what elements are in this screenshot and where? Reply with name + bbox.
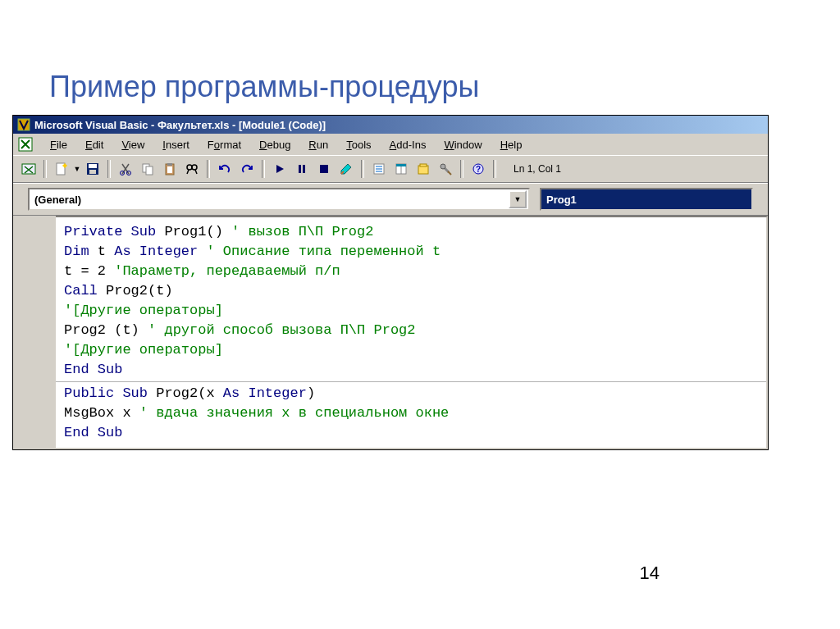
toolbar-separator (493, 160, 496, 178)
code-line[interactable]: Public Sub Prog2(x As Integer) (64, 384, 758, 403)
menu-tools[interactable]: Tools (338, 137, 379, 153)
copy-button[interactable] (137, 158, 158, 180)
toolbar-separator (107, 160, 111, 178)
titlebar[interactable]: Microsoft Visual Basic - Факультет.xls -… (13, 116, 768, 134)
titlebar-text: Microsoft Visual Basic - Факультет.xls -… (34, 119, 326, 131)
save-button[interactable] (82, 158, 103, 180)
svg-rect-13 (167, 163, 172, 166)
toolbar-separator (43, 160, 47, 178)
code-line[interactable]: Dim t As Integer ' Описание типа перемен… (64, 242, 758, 262)
paste-button[interactable] (159, 158, 180, 180)
object-combo-value: (General) (34, 194, 81, 206)
run-button[interactable] (269, 158, 290, 180)
toolbar-separator (262, 160, 265, 178)
help-button[interactable]: ? (468, 158, 489, 180)
svg-point-25 (441, 164, 445, 169)
find-button[interactable] (181, 158, 203, 180)
menu-file[interactable]: File (42, 137, 75, 153)
undo-button[interactable] (214, 158, 235, 180)
slide-page-number: 14 (640, 563, 660, 584)
cut-button[interactable] (115, 158, 136, 180)
slide-title: Пример программы-процедуры (49, 70, 479, 104)
pause-button[interactable] (291, 158, 313, 180)
toolbar: ▼ (13, 155, 768, 183)
object-browser-button[interactable] (413, 158, 434, 180)
menubar: File Edit View Insert Format Debug Run T… (13, 134, 768, 155)
code-line[interactable]: Prog2 (t) ' другой способ вызова П\П Pro… (64, 321, 758, 340)
chevron-down-icon[interactable]: ▼ (509, 190, 527, 208)
code-pane: Private Sub Prog1() ' вызов П\П Prog2Dim… (13, 215, 768, 449)
menu-insert[interactable]: Insert (154, 137, 198, 153)
toolbar-separator (460, 160, 463, 178)
svg-rect-6 (89, 164, 97, 168)
code-line[interactable]: MsgBox x ' вдача значения x в специально… (64, 403, 758, 423)
code-line[interactable]: End Sub (64, 360, 758, 380)
toolbar-separator (207, 160, 210, 178)
svg-rect-11 (146, 166, 153, 175)
menu-format[interactable]: Format (199, 137, 249, 153)
redo-button[interactable] (236, 158, 258, 180)
svg-text:?: ? (476, 165, 481, 174)
svg-rect-24 (420, 164, 427, 166)
code-editor[interactable]: Private Sub Prog1() ' вызов П\П Prog2Dim… (56, 216, 768, 449)
toolbar-separator (361, 160, 364, 178)
code-line[interactable]: '[Другие операторы] (64, 340, 758, 360)
svg-rect-22 (396, 164, 406, 166)
design-mode-button[interactable] (336, 158, 357, 180)
code-line[interactable]: '[Другие операторы] (64, 301, 758, 321)
procedure-combo[interactable]: Prog1 (540, 188, 753, 211)
svg-rect-2 (22, 164, 35, 174)
menu-window[interactable]: Window (436, 137, 490, 153)
insert-dropdown-icon[interactable]: ▼ (73, 165, 81, 173)
view-excel-button[interactable] (18, 158, 39, 180)
app-icon (17, 118, 30, 131)
menu-edit[interactable]: Edit (77, 137, 112, 153)
menu-run[interactable]: Run (300, 137, 336, 153)
code-line[interactable]: End Sub (64, 423, 758, 443)
menu-debug[interactable]: Debug (251, 137, 299, 153)
project-explorer-button[interactable] (368, 158, 390, 180)
excel-icon[interactable] (17, 136, 34, 153)
cursor-position-status: Ln 1, Col 1 (509, 162, 566, 176)
svg-rect-19 (320, 165, 328, 173)
code-line[interactable]: Private Sub Prog1() ' вызов П\П Prog2 (64, 222, 758, 242)
object-combo[interactable]: (General) ▼ (28, 188, 530, 211)
svg-rect-14 (167, 166, 172, 173)
stop-button[interactable] (313, 158, 335, 180)
menu-help[interactable]: Help (492, 137, 531, 153)
vb-ide-window: Microsoft Visual Basic - Факультет.xls -… (12, 115, 769, 450)
svg-rect-17 (299, 165, 301, 173)
toolbox-button[interactable] (435, 158, 456, 180)
svg-rect-18 (303, 165, 305, 173)
code-line[interactable]: Call Prog2(t) (64, 281, 758, 301)
code-line[interactable]: t = 2 'Параметр, передаваемый п/п (64, 262, 758, 281)
procedure-combo-value: Prog1 (546, 194, 577, 206)
object-procedure-bar: (General) ▼ Prog1 (13, 183, 768, 215)
menu-addins[interactable]: Add-Ins (381, 137, 435, 153)
margin-indicator-bar[interactable] (13, 216, 56, 449)
properties-button[interactable] (390, 158, 412, 180)
svg-rect-7 (89, 170, 96, 174)
menu-view[interactable]: View (113, 137, 153, 153)
insert-module-button[interactable] (51, 158, 72, 180)
